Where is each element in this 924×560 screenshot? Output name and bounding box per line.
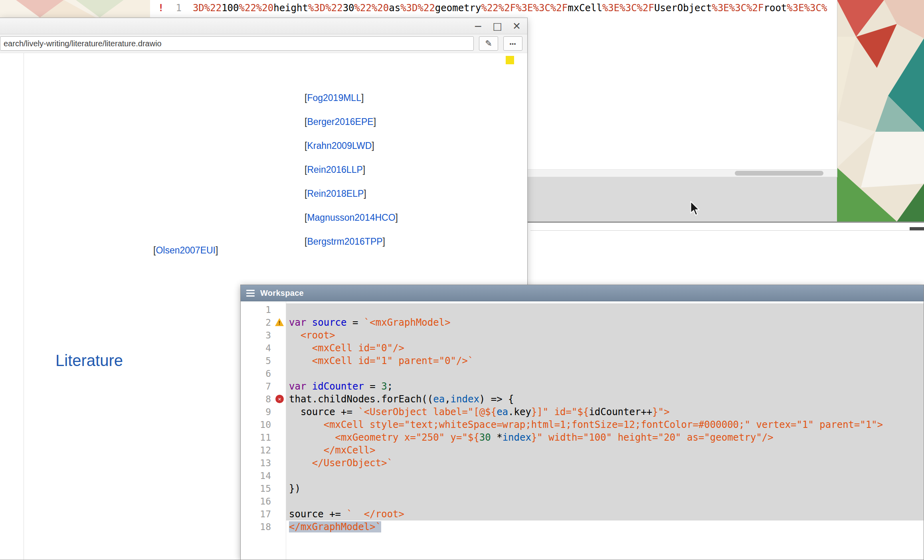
code-line[interactable]: source += ` </root>: [286, 508, 924, 520]
diagram-heading[interactable]: Literature: [55, 352, 123, 369]
code-token: ) => {: [479, 394, 514, 405]
line-number: 12: [260, 445, 271, 455]
line-number: 4: [265, 343, 271, 353]
gutter-row: 7: [241, 380, 286, 393]
code-line[interactable]: [286, 469, 924, 482]
pattern-corner-art: [0, 0, 150, 18]
code-token: *: [491, 432, 503, 443]
citation-bracket: ]: [364, 188, 366, 199]
citation-key: Bergstrm2016TPP: [307, 236, 382, 247]
gutter-row: 3: [241, 329, 286, 342]
code-token: 3: [381, 381, 387, 392]
citation-key: Berger2016EPE: [307, 117, 373, 127]
canvas-left-border: [24, 53, 24, 560]
lint-error-icon[interactable]: !: [158, 2, 164, 14]
code-line[interactable]: <root>: [286, 329, 924, 342]
window-titlebar[interactable]: − □ ✕: [0, 18, 527, 34]
code-token: 30: [479, 432, 491, 443]
gutter-row: 1: [241, 303, 286, 316]
gutter-row: 12: [241, 444, 286, 457]
code-line[interactable]: [286, 303, 924, 316]
code-line[interactable]: <mxCell id="0"/>: [286, 342, 924, 354]
hamburger-menu-icon[interactable]: [246, 290, 255, 297]
line-number: 14: [260, 471, 271, 481]
citation-link[interactable]: [Berger2016EPE]: [305, 116, 376, 127]
code-token: </UserObject>`: [289, 457, 393, 469]
window-footer-strip: [528, 177, 837, 222]
code-token: idCounter++: [589, 406, 652, 418]
code-token: source +=: [289, 509, 347, 520]
code-token: <mxCell id="0"/>: [289, 342, 404, 354]
code-token: <mxCell id="1" parent="0"/>`: [289, 355, 473, 366]
code-token: ` </root>: [347, 509, 405, 520]
citation-bracket: ]: [374, 117, 376, 127]
code-line[interactable]: var idCounter = 3;: [286, 380, 924, 393]
citation-link[interactable]: [Fog2019MLL]: [305, 92, 364, 103]
maximize-button[interactable]: □: [493, 21, 502, 31]
line-number: 6: [265, 368, 271, 379]
code-line[interactable]: <mxCell id="1" parent="0"/>`: [286, 354, 924, 367]
citation-link[interactable]: [Krahn2009LWD]: [305, 140, 374, 151]
close-button[interactable]: ✕: [512, 21, 521, 31]
citation-key: Krahn2009LWD: [307, 140, 372, 151]
code-token: ;: [387, 381, 393, 392]
code-line[interactable]: [286, 367, 924, 380]
line-number: 16: [260, 496, 271, 507]
code-token: geometry: [435, 2, 481, 14]
citation-bracket: ]: [361, 93, 364, 103]
code-line[interactable]: </UserObject>`: [286, 457, 924, 469]
citation-link[interactable]: [Magnusson2014HCO]: [305, 212, 398, 223]
code-token: %22%20: [239, 2, 274, 14]
code-line[interactable]: var source = `<mxGraphModel>: [286, 316, 924, 329]
code-line[interactable]: }): [286, 482, 924, 495]
line-number: 15: [260, 483, 271, 494]
citation-bracket: ]: [363, 164, 365, 175]
gutter-row: 15: [241, 482, 286, 495]
citation-link[interactable]: [Rein2018ELP]: [305, 188, 366, 199]
warning-marker-icon[interactable]: !: [275, 318, 284, 326]
line-number: 8: [265, 394, 271, 404]
desktop-background-pattern: [837, 0, 924, 222]
scrollbar-thumb[interactable]: [735, 171, 823, 176]
code-token: .key: [508, 406, 531, 418]
gutter-row: 13: [241, 457, 286, 469]
window-bottom-border: [528, 222, 924, 223]
resize-handle[interactable]: [910, 227, 924, 230]
code-line[interactable]: that.childNodes.forEach((ea,index) => {: [286, 393, 924, 406]
code-token: ea: [433, 394, 445, 405]
code-token: 30: [343, 2, 354, 14]
code-token: <mxGeometry x="250" y="${: [289, 432, 479, 443]
minimize-button[interactable]: −: [474, 21, 482, 31]
error-marker-icon[interactable]: ✕: [275, 395, 284, 403]
code-token: idCounter: [312, 381, 364, 392]
code-token: var: [289, 317, 312, 328]
workspace-code[interactable]: var source = `<mxGraphModel> <root> <mxC…: [286, 301, 924, 560]
workspace-titlebar[interactable]: Workspace: [241, 285, 924, 301]
workspace-editor[interactable]: 12!345678✕9101112131415161718 var source…: [241, 301, 924, 560]
more-options-button[interactable]: •••: [503, 36, 522, 51]
code-token: }" width="100" height="20" as="geometry"…: [531, 432, 774, 443]
address-input[interactable]: [0, 36, 474, 51]
citation-key: Fog2019MLL: [307, 93, 361, 103]
code-line[interactable]: </mxGraphModel>`: [286, 520, 924, 533]
code-line[interactable]: source += `<UserObject label="[@${ea.key…: [286, 406, 924, 418]
citation-link[interactable]: [Rein2016LLP]: [305, 164, 365, 175]
gutter-row: 10: [241, 418, 286, 431]
ellipsis-icon: •••: [510, 41, 516, 47]
annotation-marker[interactable]: [506, 56, 514, 64]
code-line[interactable]: <mxCell style="text;whiteSpace=wrap;html…: [286, 418, 924, 431]
code-line[interactable]: <mxGeometry x="250" y="${30 *index}" wid…: [286, 431, 924, 444]
gutter-row: 11: [241, 431, 286, 444]
gutter-row: 14: [241, 469, 286, 482]
citation-link[interactable]: [Bergstrm2016TPP]: [305, 236, 385, 247]
edit-button[interactable]: ✎: [479, 36, 498, 51]
code-line[interactable]: </mxCell>: [286, 444, 924, 457]
code-token: }">: [652, 406, 669, 418]
separator-line: [530, 230, 924, 231]
citation-link[interactable]: [Olsen2007EUI]: [153, 245, 218, 256]
top-code-line[interactable]: ! 1 3D%22100%22%20height%3D%2230%22%20as…: [150, 1, 827, 15]
line-number: 13: [260, 458, 271, 468]
code-token: %22%20: [354, 2, 389, 14]
code-token: %3D%22: [400, 2, 435, 14]
code-line[interactable]: [286, 495, 924, 508]
